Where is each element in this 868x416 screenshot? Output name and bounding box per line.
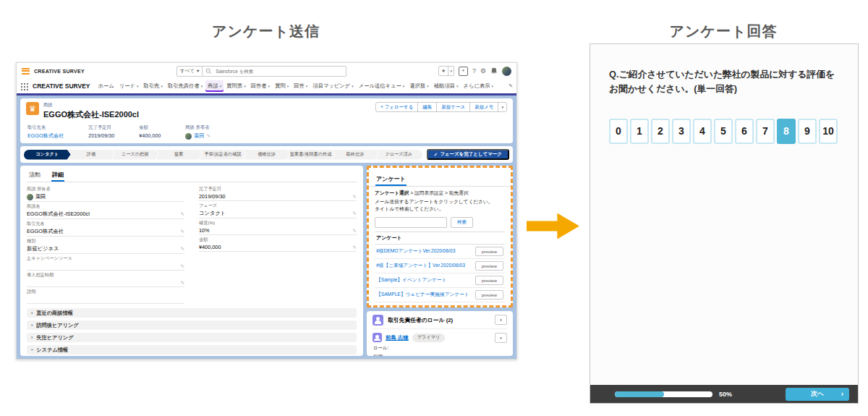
edit-pencil-icon[interactable]: ✎ bbox=[181, 280, 184, 286]
nav-item[interactable]: 商談 ▾ bbox=[205, 80, 224, 92]
nav-item-label: 商談 bbox=[208, 82, 218, 90]
setup-gear-icon[interactable]: ⚙ bbox=[480, 67, 486, 75]
nav-item[interactable]: メール送信キュー ▾ bbox=[357, 80, 407, 92]
rating-button[interactable]: 4 bbox=[693, 119, 712, 144]
survey-title-link[interactable]: #様DEMOアンケートVer.2020/06/03 bbox=[376, 248, 472, 255]
nav-item[interactable]: 回答者 ▾ bbox=[249, 80, 272, 92]
field-value: 2019/09/30 bbox=[88, 132, 114, 139]
rating-button[interactable]: 1 bbox=[630, 119, 649, 144]
rating-button[interactable]: 5 bbox=[714, 119, 733, 144]
rating-button[interactable]: 8 bbox=[777, 119, 796, 144]
record-action-button[interactable]: 新規ケース bbox=[436, 102, 470, 112]
nav-item-label: 項目マッピング bbox=[312, 82, 350, 90]
chevron-down-icon: ▾ bbox=[268, 84, 271, 88]
survey-title-search-input[interactable] bbox=[375, 217, 447, 228]
survey-title-link[interactable]: 【SAMPLE】ウェビナー実施後アンケート bbox=[376, 292, 472, 298]
edit-pencil-icon[interactable]: ✎ bbox=[181, 263, 184, 269]
survey-question-text: Q.ご紹介させていただいた弊社の製品に対する評価をお聞かせください。(単一回答) bbox=[609, 67, 839, 97]
contact-name-link[interactable]: 前島 志穂 bbox=[386, 334, 409, 341]
collapsible-section-header[interactable]: › 失注ヒアリング bbox=[27, 333, 357, 342]
path-stage[interactable]: ニーズの把握 bbox=[111, 150, 158, 160]
rating-button[interactable]: 9 bbox=[798, 119, 817, 144]
nav-item[interactable]: リード ▾ bbox=[117, 80, 141, 92]
next-button[interactable]: 次へ › bbox=[786, 388, 849, 401]
detail-tab[interactable]: 活動 bbox=[28, 169, 41, 182]
user-avatar[interactable] bbox=[502, 67, 511, 76]
survey-preview-button[interactable]: preview bbox=[475, 261, 503, 271]
more-actions-caret-button[interactable]: ▾ bbox=[498, 102, 507, 112]
chevron-down-icon: ▾ bbox=[456, 84, 459, 88]
rating-button[interactable]: 7 bbox=[756, 119, 775, 144]
row-menu-caret-button[interactable]: ▾ bbox=[495, 333, 507, 343]
rating-button[interactable]: 0 bbox=[609, 119, 628, 144]
global-actions-icon[interactable]: + bbox=[459, 67, 468, 76]
help-icon[interactable]: ? bbox=[472, 67, 476, 75]
nav-item[interactable]: 選択肢 ▾ bbox=[407, 80, 430, 92]
edit-pencil-icon[interactable]: ✎ bbox=[181, 229, 184, 234]
notifications-bell-icon[interactable] bbox=[490, 67, 498, 75]
path-stage[interactable]: 価格交渉 bbox=[243, 150, 290, 160]
edit-pencil-icon[interactable]: ✎ bbox=[207, 133, 210, 139]
collapsible-section-header[interactable]: › システム情報 bbox=[27, 345, 357, 355]
edit-pencil-icon[interactable]: ✎ bbox=[353, 228, 357, 234]
nav-item-label: 取引先責任者 bbox=[168, 82, 200, 90]
path-stage[interactable]: 提案 bbox=[156, 150, 203, 160]
edit-pencil-icon[interactable]: ✎ bbox=[353, 211, 357, 216]
record-action-button[interactable]: + フォローする bbox=[375, 102, 418, 112]
mark-phase-complete-button[interactable]: ✓ フェーズを完了としてマーク bbox=[427, 149, 509, 160]
nav-item[interactable]: 補助項目 ▾ bbox=[432, 80, 461, 92]
detail-field: 完了予定日 2019/09/30 ✎ bbox=[199, 184, 357, 201]
survey-title-link[interactable]: 【Sample】イベントアンケート bbox=[376, 277, 472, 284]
rating-button[interactable]: 10 bbox=[819, 119, 838, 144]
edit-pencil-icon[interactable]: ✎ bbox=[181, 211, 184, 217]
app-launcher-waffle-icon[interactable] bbox=[20, 82, 28, 90]
detail-field-label: 取引先名 bbox=[27, 221, 184, 227]
nav-item[interactable]: 項目マッピング ▾ bbox=[310, 80, 355, 92]
nav-item[interactable]: さらに表示 ▾ bbox=[461, 80, 495, 92]
rating-button[interactable]: 3 bbox=[672, 119, 691, 144]
survey-list-row: #様【ご来場アンケート】Ver.2020/06/03 preview bbox=[375, 259, 505, 273]
path-stage[interactable]: コンタクト bbox=[24, 150, 71, 160]
path-stage[interactable]: 予算/決定者の確認 bbox=[200, 150, 247, 160]
path-stage[interactable]: 最終交渉 bbox=[331, 150, 378, 160]
survey-preview-button[interactable]: preview bbox=[475, 247, 503, 256]
record-action-button[interactable]: 編集 bbox=[417, 102, 437, 112]
favorites-control[interactable]: ★ ▾ bbox=[438, 66, 454, 76]
app-nav-bar: CREATIVE SURVEY ホーム ▾ リード ▾ 取引先 ▾ 取引先責任者… bbox=[17, 79, 516, 95]
detail-field-value: 10% bbox=[199, 227, 351, 234]
nav-item[interactable]: 質問票 ▾ bbox=[224, 80, 247, 92]
path-stage[interactable]: クローズ済み bbox=[375, 150, 422, 160]
nav-item[interactable]: 取引先 ▾ bbox=[142, 80, 165, 92]
nav-item[interactable]: ホーム ▾ bbox=[96, 80, 116, 92]
contact-title-line: 役職: bbox=[373, 354, 507, 356]
nav-item[interactable]: 質問 ▾ bbox=[273, 80, 291, 92]
chevron-right-icon: › bbox=[841, 390, 843, 398]
search-scope-select[interactable]: すべて ▾ bbox=[176, 66, 203, 77]
detail-tab[interactable]: 詳細 bbox=[51, 169, 64, 182]
edit-pencil-icon[interactable]: ✎ bbox=[353, 245, 357, 250]
rating-button[interactable]: 6 bbox=[735, 119, 754, 144]
chevron-down-icon: ▾ bbox=[403, 84, 405, 88]
survey-panel-tab[interactable]: アンケート bbox=[375, 175, 407, 186]
highlight-field: 取引先名 EGGO株式会社 ✎ bbox=[27, 124, 64, 140]
collapsible-section-header[interactable]: › 訪問後ヒアリング bbox=[27, 321, 357, 330]
card-menu-caret-button[interactable]: ▾ bbox=[495, 315, 507, 325]
detail-field-label: 種別 bbox=[27, 238, 184, 245]
nav-item[interactable]: 取引先責任者 ▾ bbox=[166, 80, 205, 92]
edit-pencil-icon[interactable]: ✎ bbox=[181, 246, 184, 252]
path-stage[interactable]: 提案書/見積書の作成 bbox=[287, 150, 335, 160]
edit-page-pencil-icon[interactable]: ✎ bbox=[509, 83, 513, 89]
chevron-down-icon: ▾ bbox=[306, 84, 308, 88]
nav-item[interactable]: 回答 ▾ bbox=[292, 80, 310, 92]
record-action-button[interactable]: 新規メモ bbox=[469, 102, 498, 112]
survey-title-link[interactable]: #様【ご来場アンケート】Ver.2020/06/03 bbox=[376, 263, 472, 269]
survey-preview-button[interactable]: preview bbox=[475, 290, 503, 300]
collapsible-section-header[interactable]: › 直近の商談情報 bbox=[27, 308, 357, 318]
global-search-input[interactable] bbox=[214, 68, 343, 75]
survey-list-row: #様DEMOアンケートVer.2020/06/03 preview bbox=[375, 245, 505, 259]
edit-pencil-icon[interactable]: ✎ bbox=[353, 194, 357, 200]
survey-search-button[interactable]: 検索 bbox=[451, 217, 473, 228]
path-stage[interactable]: 評価 bbox=[68, 150, 115, 160]
survey-preview-button[interactable]: preview bbox=[475, 276, 503, 285]
rating-button[interactable]: 2 bbox=[651, 119, 670, 144]
